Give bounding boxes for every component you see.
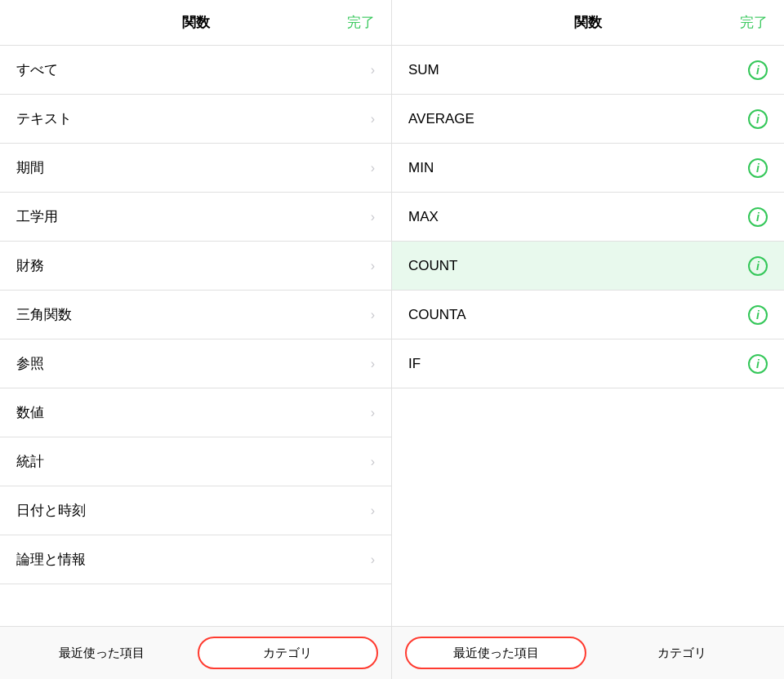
list-item[interactable]: COUNTA i — [392, 291, 784, 340]
list-item[interactable]: MIN i — [392, 144, 784, 193]
info-icon-4[interactable]: i — [748, 256, 768, 276]
left-item-label-6: 参照 — [16, 354, 44, 373]
list-item[interactable]: IF i — [392, 340, 784, 388]
left-item-label-1: テキスト — [16, 109, 72, 128]
chevron-icon-1: › — [371, 112, 375, 126]
left-panel-list: すべて › テキスト › 期間 › 工学用 › 財務 › 三角関数 › 参照 ›… — [0, 46, 391, 626]
left-item-label-4: 財務 — [16, 256, 44, 275]
right-item-label-3: MAX — [408, 209, 439, 225]
list-item[interactable]: 三角関数 › — [0, 291, 391, 340]
left-item-label-2: 期間 — [16, 158, 44, 177]
right-item-label-0: SUM — [408, 62, 439, 78]
left-footer-recent-button[interactable]: 最近使った項目 — [13, 637, 191, 669]
left-item-label-8: 統計 — [16, 452, 44, 471]
right-panel: 関数 完了 SUM i AVERAGE i MIN i MAX i COUNT … — [392, 0, 784, 679]
chevron-icon-7: › — [371, 406, 375, 420]
right-panel-footer: 最近使った項目 カテゴリ — [392, 626, 784, 679]
right-panel-list: SUM i AVERAGE i MIN i MAX i COUNT i COUN… — [392, 46, 784, 626]
left-panel-footer: 最近使った項目 カテゴリ — [0, 626, 391, 679]
right-item-label-4: COUNT — [408, 258, 457, 274]
info-icon-0[interactable]: i — [748, 60, 768, 80]
info-icon-2[interactable]: i — [748, 158, 768, 178]
list-item[interactable]: 期間 › — [0, 144, 391, 193]
info-icon-6[interactable]: i — [748, 354, 768, 374]
chevron-icon-9: › — [371, 504, 375, 518]
right-panel-done-button[interactable]: 完了 — [740, 13, 768, 32]
list-item[interactable]: MAX i — [392, 193, 784, 242]
chevron-icon-8: › — [371, 455, 375, 469]
list-item[interactable]: 統計 › — [0, 437, 391, 486]
left-panel-title: 関数 — [182, 13, 210, 32]
right-item-label-6: IF — [408, 356, 421, 372]
list-item[interactable]: 工学用 › — [0, 193, 391, 242]
left-item-label-5: 三角関数 — [16, 305, 72, 324]
left-footer-category-button[interactable]: カテゴリ — [198, 637, 379, 669]
left-item-label-10: 論理と情報 — [16, 550, 86, 569]
chevron-icon-6: › — [371, 357, 375, 371]
left-panel-done-button[interactable]: 完了 — [347, 13, 375, 32]
left-panel: 関数 完了 すべて › テキスト › 期間 › 工学用 › 財務 › 三角関数 … — [0, 0, 392, 679]
chevron-icon-4: › — [371, 259, 375, 273]
left-panel-header: 関数 完了 — [0, 0, 391, 46]
right-item-label-5: COUNTA — [408, 307, 466, 323]
info-icon-1[interactable]: i — [748, 109, 768, 129]
right-panel-header: 関数 完了 — [392, 0, 784, 46]
list-item[interactable]: 数値 › — [0, 388, 391, 437]
chevron-icon-5: › — [371, 308, 375, 322]
list-item[interactable]: AVERAGE i — [392, 95, 784, 144]
info-icon-5[interactable]: i — [748, 305, 768, 325]
list-item-count[interactable]: COUNT i — [392, 242, 784, 291]
chevron-icon-3: › — [371, 210, 375, 224]
left-item-label-9: 日付と時刻 — [16, 501, 86, 520]
chevron-icon-0: › — [371, 63, 375, 78]
left-item-label-7: 数値 — [16, 403, 44, 422]
left-item-label-3: 工学用 — [16, 207, 58, 226]
left-item-label-0: すべて — [16, 60, 58, 79]
list-item[interactable]: すべて › — [0, 46, 391, 95]
list-item[interactable]: 論理と情報 › — [0, 535, 391, 584]
right-item-label-1: AVERAGE — [408, 111, 474, 127]
info-icon-3[interactable]: i — [748, 207, 768, 227]
list-item[interactable]: 日付と時刻 › — [0, 486, 391, 535]
list-item[interactable]: テキスト › — [0, 95, 391, 144]
right-footer-recent-button[interactable]: 最近使った項目 — [405, 637, 586, 669]
chevron-icon-2: › — [371, 161, 375, 175]
list-item[interactable]: 財務 › — [0, 242, 391, 291]
list-item[interactable]: SUM i — [392, 46, 784, 95]
chevron-icon-10: › — [371, 553, 375, 567]
right-item-label-2: MIN — [408, 160, 434, 176]
list-item[interactable]: 参照 › — [0, 340, 391, 388]
right-panel-title: 関数 — [574, 13, 602, 32]
right-footer-category-button[interactable]: カテゴリ — [593, 637, 771, 669]
